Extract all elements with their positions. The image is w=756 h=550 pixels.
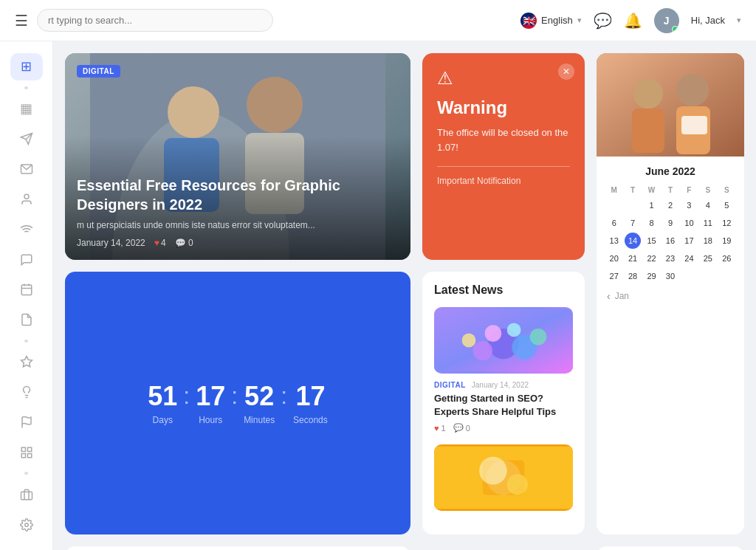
topnav: ☰ 🇬🇧 English ▾ 💬 🔔 J Hi, Jack ▾	[0, 0, 756, 41]
countdown-minutes-num: 52	[244, 381, 275, 412]
cal-day-10[interactable]: 10	[681, 215, 697, 231]
sidebar-item-send[interactable]	[10, 126, 43, 153]
heart-icon-1: ♥	[434, 424, 439, 433]
news-thumb-2	[434, 444, 573, 511]
cal-day-7[interactable]: 7	[625, 215, 641, 231]
chat-icon[interactable]: 💬	[594, 12, 612, 30]
news-comments-1[interactable]: 💬 0	[453, 423, 470, 433]
hamburger-icon[interactable]: ☰	[15, 12, 28, 30]
sidebar-item-briefcase[interactable]	[10, 481, 43, 508]
hi-text: Hi, Jack	[691, 15, 725, 26]
svg-point-34	[473, 341, 492, 360]
cal-day-4[interactable]: 4	[700, 197, 716, 213]
avatar[interactable]: J	[654, 8, 679, 33]
calendar-month: June 2022	[605, 165, 735, 177]
svg-rect-13	[21, 447, 25, 451]
svg-rect-14	[27, 447, 31, 451]
svg-point-3	[24, 194, 29, 199]
hero-likes: ♥4	[154, 238, 166, 248]
search-input[interactable]	[37, 9, 273, 32]
cal-day-13[interactable]: 13	[606, 233, 622, 249]
cal-header-w: W	[643, 185, 660, 196]
cal-day-21[interactable]: 21	[625, 250, 641, 267]
sidebar-item-chat[interactable]	[10, 246, 43, 273]
news-likes-count-1: 1	[441, 424, 446, 433]
sidebar-item-star[interactable]	[10, 348, 43, 376]
svg-point-43	[479, 457, 507, 485]
news-heading-1: Getting Started in SEO? Experts Share He…	[434, 392, 573, 419]
cal-day-30[interactable]: 30	[662, 268, 678, 284]
main-layout: ⊞ ▦	[0, 41, 756, 550]
cal-day-1[interactable]: 1	[644, 197, 660, 213]
news-actions-1: ♥ 1 💬 0	[434, 423, 573, 433]
news-item-2	[434, 444, 573, 511]
cal-day-17[interactable]: 17	[681, 233, 697, 249]
countdown-sep-3: :	[281, 382, 287, 410]
cal-day-8[interactable]: 8	[644, 215, 660, 231]
cal-day-14[interactable]: 14	[625, 233, 641, 249]
warning-icon: ⚠	[437, 68, 570, 89]
sidebar-item-grid[interactable]	[10, 439, 43, 466]
hero-comments: 💬 0	[175, 238, 193, 248]
countdown-days-num: 51	[148, 381, 177, 412]
cal-day-26[interactable]: 26	[718, 250, 735, 267]
cal-prev-button[interactable]: ‹	[607, 290, 611, 302]
hero-date: January 14, 2022	[77, 238, 145, 248]
cal-day-18[interactable]: 18	[700, 233, 716, 249]
countdown-minutes-label: Minutes	[244, 415, 275, 425]
svg-point-37	[507, 323, 521, 337]
cal-day-6[interactable]: 6	[606, 215, 622, 231]
sidebar-item-mail[interactable]	[10, 156, 43, 183]
cal-day-9[interactable]: 9	[662, 215, 678, 231]
sidebar-dot-2	[24, 340, 28, 343]
cal-day-19[interactable]: 19	[718, 233, 735, 249]
cal-day-24[interactable]: 24	[681, 250, 697, 267]
cal-day-22[interactable]: 22	[644, 250, 660, 267]
sidebar-item-dashboard[interactable]: ▦	[10, 95, 43, 123]
sidebar-item-wifi[interactable]	[10, 216, 43, 243]
bell-icon[interactable]: 🔔	[624, 12, 642, 30]
cal-day-12[interactable]: 12	[718, 215, 735, 231]
cal-day-15[interactable]: 15	[644, 233, 660, 249]
cal-day-empty	[606, 197, 622, 213]
news-thumb-img-1	[434, 307, 573, 374]
cal-day-16[interactable]: 16	[662, 233, 678, 249]
cal-day-3[interactable]: 3	[681, 197, 697, 213]
news-date-1: January 14, 2022	[472, 381, 529, 389]
news-section-title: Latest News	[434, 283, 573, 297]
news-likes-1[interactable]: ♥ 1	[434, 424, 446, 433]
cal-day-2[interactable]: 2	[662, 197, 678, 213]
countdown-card: 51 Days : 17 Hours : 52 Minutes : 17 Sec…	[65, 272, 410, 534]
news-card: Latest News	[422, 272, 585, 534]
cal-day-e1	[681, 268, 697, 284]
countdown-sep-1: :	[183, 382, 190, 410]
sidebar-item-flag[interactable]	[10, 408, 43, 436]
countdown-hours-num: 17	[196, 381, 225, 412]
cal-day-23[interactable]: 23	[662, 250, 678, 267]
sidebar-item-home[interactable]: ⊞	[10, 53, 43, 80]
language-selector[interactable]: 🇬🇧 English ▾	[520, 13, 582, 29]
sidebar-item-user[interactable]	[10, 186, 43, 213]
sidebar-item-calendar[interactable]	[10, 276, 43, 303]
sidebar-item-file[interactable]	[10, 306, 43, 334]
svg-rect-16	[21, 453, 25, 457]
cal-day-20[interactable]: 20	[606, 250, 622, 267]
warning-title: Warning	[437, 97, 570, 118]
language-label: English	[541, 15, 573, 26]
cal-header-s2: S	[718, 185, 735, 196]
cal-day-empty2	[625, 197, 641, 213]
sidebar-item-bulb[interactable]	[10, 379, 43, 406]
cal-day-29[interactable]: 29	[644, 268, 660, 284]
cal-day-5[interactable]: 5	[718, 197, 735, 213]
user-chevron[interactable]: ▾	[737, 16, 741, 25]
sidebar-item-settings[interactable]	[10, 511, 43, 538]
countdown-seconds-num: 17	[293, 381, 328, 412]
cal-day-27[interactable]: 27	[606, 268, 622, 284]
warning-close-button[interactable]: ✕	[558, 63, 574, 80]
chart-card: Column Chart	[65, 546, 410, 550]
cal-day-25[interactable]: 25	[700, 250, 716, 267]
countdown-sep-2: :	[231, 382, 238, 410]
hero-meta: January 14, 2022 ♥4 💬 0	[77, 238, 399, 248]
cal-day-11[interactable]: 11	[700, 215, 716, 231]
cal-day-28[interactable]: 28	[625, 268, 641, 284]
